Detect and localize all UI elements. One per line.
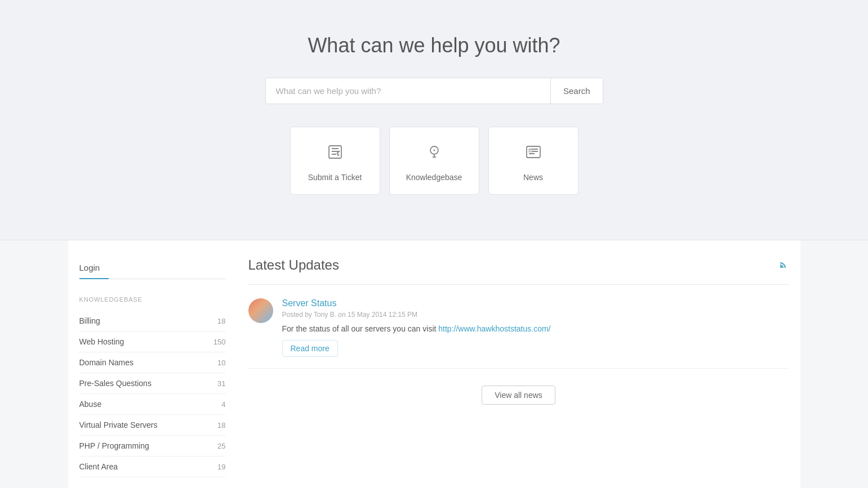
main-content: Login KNOWLEDGEBASE Billing18Web Hosting…: [68, 240, 800, 488]
action-cards: Submit a Ticket Knowledgebase: [11, 127, 857, 195]
kb-item[interactable]: Web Hosting150: [79, 332, 226, 352]
search-input[interactable]: [266, 78, 550, 104]
submit-ticket-icon: [326, 143, 344, 165]
submit-ticket-card[interactable]: Submit a Ticket: [290, 127, 380, 195]
kb-item-label: PHP / Programming: [79, 441, 149, 450]
kb-item-label: Domain Names: [79, 358, 133, 367]
knowledgebase-section-label: KNOWLEDGEBASE: [79, 296, 226, 303]
news-body: Server Status Posted by Tony B. on 15 Ma…: [282, 298, 789, 357]
kb-item[interactable]: Billing18: [79, 311, 226, 332]
updates-title: Latest Updates: [248, 257, 339, 273]
kb-item[interactable]: Domain Names10: [79, 352, 226, 373]
knowledgebase-card[interactable]: Knowledgebase: [389, 127, 479, 195]
updates-divider: [248, 284, 789, 285]
knowledgebase-label-card: Knowledgebase: [406, 173, 462, 182]
sidebar: Login KNOWLEDGEBASE Billing18Web Hosting…: [79, 257, 226, 488]
knowledgebase-icon: [425, 143, 443, 165]
kb-item-count: 31: [217, 379, 225, 388]
kb-item[interactable]: Abuse4: [79, 394, 226, 415]
kb-item[interactable]: Virtual Private Servers18: [79, 415, 226, 436]
kb-item-count: 25: [217, 442, 225, 450]
news-title-link[interactable]: Server Status: [282, 298, 789, 308]
news-body-link[interactable]: http://www.hawkhoststatus.com/: [438, 324, 550, 333]
news-meta: Posted by Tony B. on 15 May 2014 12:15 P…: [282, 311, 789, 319]
news-avatar: [248, 298, 273, 323]
sidebar-tabs: Login: [79, 257, 226, 279]
hero-section: What can we help you with? Search Submit…: [0, 0, 868, 240]
kb-item-label: Pre-Sales Questions: [79, 379, 152, 388]
svg-point-2: [433, 150, 435, 151]
svg-rect-4: [529, 149, 532, 152]
login-tab[interactable]: Login: [79, 257, 109, 279]
kb-item[interactable]: Client Area19: [79, 456, 226, 477]
news-item: Server Status Posted by Tony B. on 15 Ma…: [248, 298, 789, 369]
kb-item-count: 18: [217, 317, 225, 325]
search-button[interactable]: Search: [550, 78, 603, 104]
view-all-wrapper: View all news: [248, 386, 789, 405]
kb-item-count: 150: [213, 338, 226, 346]
kb-item-label: Abuse: [79, 400, 102, 409]
search-bar: Search: [265, 78, 603, 104]
hero-title: What can we help you with?: [11, 34, 857, 57]
updates-area: Latest Updates Server Status Posted by T…: [243, 257, 789, 488]
kb-item-label: Client Area: [79, 462, 118, 471]
news-icon: [524, 143, 542, 165]
kb-item-label: Virtual Private Servers: [79, 420, 158, 429]
kb-item-label: Web Hosting: [79, 337, 124, 346]
kb-item-count: 4: [221, 400, 225, 409]
kb-item-count: 18: [217, 421, 225, 429]
read-more-link[interactable]: Read more: [282, 340, 338, 357]
submit-ticket-label: Submit a Ticket: [308, 173, 362, 182]
svg-rect-5: [780, 266, 782, 268]
rss-icon[interactable]: [779, 259, 789, 272]
news-card[interactable]: News: [488, 127, 578, 195]
svg-rect-0: [329, 146, 341, 158]
kb-item-label: Billing: [79, 316, 100, 325]
news-label-card: News: [523, 173, 543, 182]
kb-list: Billing18Web Hosting150Domain Names10Pre…: [79, 311, 226, 477]
updates-header: Latest Updates: [248, 257, 789, 273]
kb-item[interactable]: Pre-Sales Questions31: [79, 373, 226, 394]
view-all-news-button[interactable]: View all news: [482, 386, 555, 405]
news-text: For the status of all our servers you ca…: [282, 324, 789, 333]
kb-item[interactable]: PHP / Programming25: [79, 436, 226, 456]
news-body-prefix: For the status of all our servers you ca…: [282, 324, 439, 333]
kb-item-count: 19: [217, 463, 225, 471]
kb-item-count: 10: [217, 359, 225, 367]
